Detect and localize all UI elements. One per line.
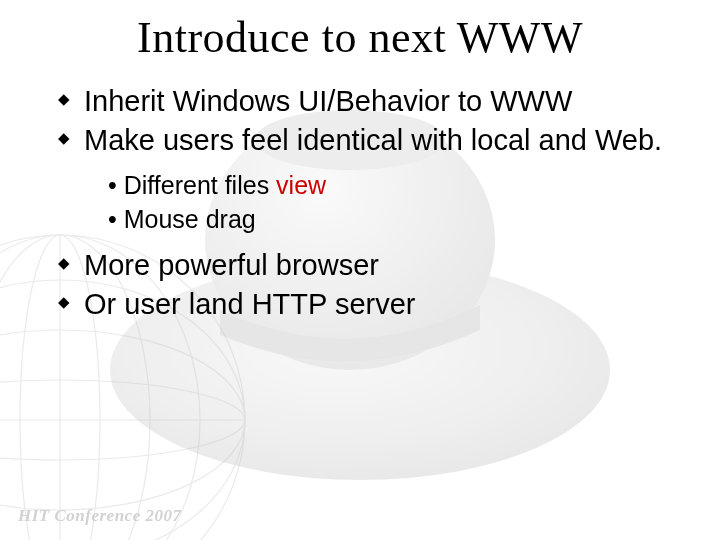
sub-bullet-list: • Different files view • Mouse drag [30,169,690,237]
sub-bullet-item: • Different files view [108,169,690,203]
sub-bullet-text: • Different files [108,171,276,199]
bullet-item: Or user land HTTP server [58,286,690,323]
bullet-item: Inherit Windows UI/Behavior to WWW [58,83,690,120]
bullet-item: Make users feel identical with local and… [58,122,690,159]
sub-bullet-highlight: view [276,171,326,199]
slide-content: Introduce to next WWW Inherit Windows UI… [0,12,720,540]
footer-conference-label: HIT Conference 2007 [18,506,181,526]
bullet-list-top: Inherit Windows UI/Behavior to WWW Make … [30,83,690,159]
sub-bullet-item: • Mouse drag [108,203,690,237]
bullet-item: More powerful browser [58,247,690,284]
slide-title: Introduce to next WWW [30,12,690,63]
bullet-list-bottom: More powerful browser Or user land HTTP … [30,247,690,323]
